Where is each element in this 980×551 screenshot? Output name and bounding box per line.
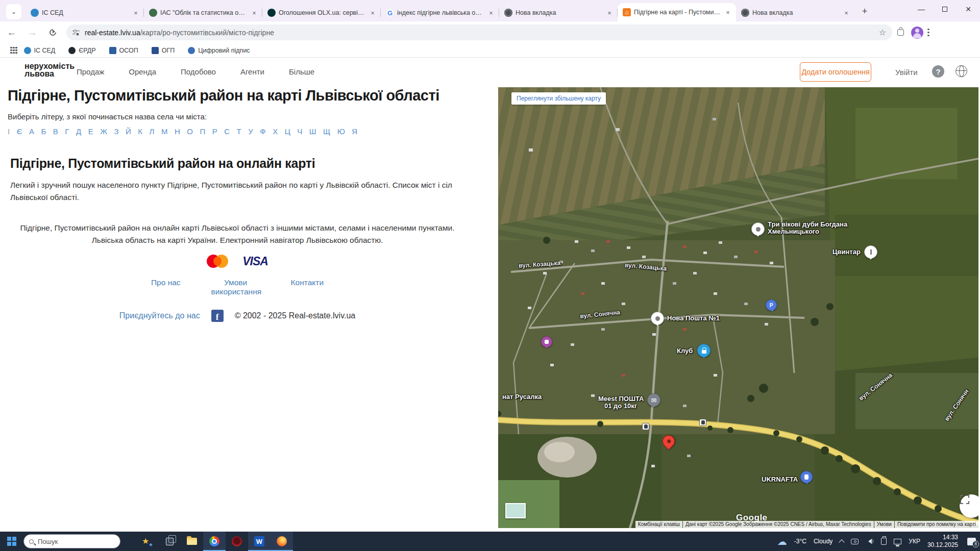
tab-close-icon[interactable]: × (132, 9, 140, 17)
tab-close-icon[interactable]: × (250, 9, 258, 17)
location-pin-red[interactable] (663, 435, 675, 447)
tab-close-icon[interactable]: × (724, 8, 732, 16)
tab-pidhirne-active[interactable]: ⌂ Підгірне на карті - Пустомитів × (618, 3, 736, 21)
weather-cloud-icon[interactable]: ☁ (777, 536, 787, 547)
poi-marker-gas-station[interactable] (800, 471, 813, 483)
google-map[interactable]: Переглянути збільшену карту Три вікові д… (498, 87, 978, 528)
volume-icon[interactable] (866, 539, 872, 544)
nav-agenty[interactable]: Агенти (240, 67, 264, 76)
firefox-icon[interactable] (271, 532, 293, 551)
terms-of-use-link[interactable]: Умови (874, 521, 894, 528)
letter-link[interactable]: Н (175, 127, 180, 136)
bookmark-digital-signature[interactable]: Цифровий підпис (188, 47, 250, 54)
tab-google-search[interactable]: G індекс підгірне львівська обла × (381, 4, 499, 21)
network-icon[interactable] (894, 539, 901, 544)
letter-link[interactable]: О (187, 127, 193, 136)
clock[interactable]: 14:33 30.12.2025 (927, 534, 958, 549)
nav-podobovo[interactable]: Подобово (181, 67, 216, 76)
start-button[interactable] (0, 532, 23, 551)
tab-olx[interactable]: Оголошення OLX.ua: сервіс о × (262, 4, 381, 21)
letter-link[interactable]: Ш (309, 127, 316, 136)
about-link[interactable]: Про нас (151, 278, 181, 296)
poi-marker-club[interactable] (697, 344, 710, 357)
letter-link[interactable]: Г (65, 127, 69, 136)
task-view-icon[interactable] (158, 532, 181, 551)
bookmark-erdr[interactable]: ЄРДР (68, 47, 95, 54)
bookmark-ogp[interactable]: ОГП (152, 47, 175, 54)
poi-marker-parking[interactable]: Р (766, 299, 777, 311)
address-bar[interactable]: real-estate.lviv.ua/карта/ро-пустомитівс… (66, 24, 892, 40)
bookmark-star-icon[interactable]: ☆ (879, 28, 886, 37)
poi-marker-cemetery[interactable] (864, 245, 877, 259)
login-link[interactable]: Увійти (895, 68, 918, 77)
poi-label-ukrnafta[interactable]: UKRNAFTA (762, 476, 798, 483)
letter-link[interactable]: Ж (100, 127, 107, 136)
letter-link[interactable]: Я (352, 127, 357, 136)
letter-link[interactable]: К (138, 127, 142, 136)
apps-grid-icon[interactable] (10, 47, 12, 49)
tab-search-button[interactable]: ⌄ (6, 4, 21, 19)
extensions-icon[interactable] (897, 29, 904, 36)
poi-label-cemetery[interactable]: Цвинтар (832, 248, 861, 256)
letter-link[interactable]: Е (88, 127, 93, 136)
language-indicator[interactable]: УКР (909, 538, 920, 545)
screen-cast-icon[interactable] (851, 539, 859, 544)
poi-label-meest-2[interactable]: 01 до 10кг (604, 403, 637, 410)
nav-prodazh[interactable]: Продаж (77, 67, 104, 76)
poi-marker-meest[interactable]: ✉ (647, 393, 660, 407)
add-listing-button[interactable]: Додати оголошення (800, 62, 871, 82)
poi-marker-nova-poshta[interactable] (651, 312, 664, 325)
tab-new-tab-2[interactable]: Нова вкладка × (736, 4, 854, 21)
poi-label-club[interactable]: Клуб (677, 347, 693, 355)
letter-link[interactable]: У (248, 127, 253, 136)
weather-temp[interactable]: -3°C (794, 538, 806, 545)
letter-link[interactable]: Т (237, 127, 241, 136)
site-settings-icon[interactable] (72, 30, 80, 36)
tab-close-icon[interactable]: × (369, 9, 377, 17)
poi-label-oaks[interactable]: Три вікові дуби Богдана (768, 221, 847, 228)
red-app-icon[interactable] (226, 532, 248, 551)
facebook-icon[interactable]: f (211, 310, 224, 322)
contacts-link[interactable]: Контакти (291, 278, 324, 296)
bus-stop-icon-2[interactable] (699, 419, 706, 426)
poi-label-rusalka[interactable]: нат Русалка (502, 393, 542, 400)
letter-link[interactable]: М (161, 127, 168, 136)
tab-close-icon[interactable]: × (842, 9, 850, 17)
poi-marker-oaks[interactable] (751, 222, 765, 236)
map-inset-square[interactable] (505, 503, 526, 518)
profile-avatar[interactable] (911, 27, 923, 39)
restore-button[interactable] (933, 0, 957, 18)
letter-link[interactable]: А (29, 127, 34, 136)
poi-label-oaks-2[interactable]: Хмельницького (768, 228, 819, 235)
letter-link[interactable]: Ц (285, 127, 290, 136)
letter-link[interactable]: Й (126, 127, 131, 136)
terms-link[interactable]: Умови використання (211, 278, 260, 296)
nav-bilshe[interactable]: Більше (289, 67, 314, 76)
letter-link[interactable]: Є (17, 127, 22, 136)
nav-orenda[interactable]: Оренда (129, 67, 156, 76)
letter-link[interactable]: І (8, 127, 10, 136)
letter-link[interactable]: Ю (337, 127, 345, 136)
weather-condition[interactable]: Cloudy (814, 538, 832, 545)
forward-button[interactable]: → (23, 24, 41, 41)
chrome-icon[interactable] (203, 532, 226, 551)
tab-ias[interactable]: ІАС "Облік та статистика орга × (144, 4, 262, 21)
file-explorer-icon[interactable] (181, 532, 203, 551)
word-icon[interactable]: W (248, 532, 271, 551)
menu-icon[interactable] (927, 29, 929, 37)
keyboard-shortcuts-link[interactable]: Комбінації клавіш (635, 521, 682, 528)
report-error-link[interactable]: Повідомити про помилку на карті (895, 521, 978, 528)
letter-link[interactable]: В (53, 127, 58, 136)
site-logo[interactable]: нерухомість львова (24, 62, 75, 78)
letter-link[interactable]: Б (41, 127, 46, 136)
letter-link[interactable]: Ф (260, 127, 265, 136)
poi-label-nova-poshta[interactable]: Нова Пошта №1 (667, 315, 720, 322)
tray-expand-icon[interactable] (839, 539, 845, 545)
letter-link[interactable]: Л (150, 127, 155, 136)
bookmark-is-sed[interactable]: ІС СЕД (24, 47, 56, 54)
letter-link[interactable]: П (200, 127, 205, 136)
letter-link[interactable]: Щ (323, 127, 330, 136)
letter-link[interactable]: С (224, 127, 230, 136)
bus-stop-icon-1[interactable] (642, 423, 649, 430)
tab-new-tab-1[interactable]: Нова вкладка × (499, 4, 618, 21)
